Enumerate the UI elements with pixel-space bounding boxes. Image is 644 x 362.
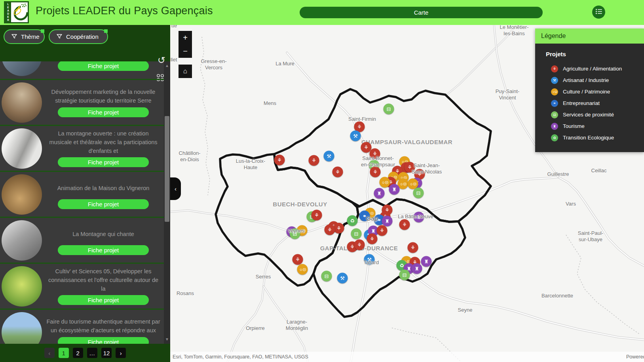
map-marker-tourisme[interactable]: ♜ bbox=[421, 256, 432, 267]
page-button-›[interactable]: › bbox=[116, 348, 126, 358]
list-icon bbox=[595, 8, 602, 16]
map-marker-agriculture[interactable]: ⚘ bbox=[309, 155, 319, 166]
map-canvas[interactable]: CHAMPSAUR-VALGAUDEMARBUECH-DEVOLUYGAP-TA… bbox=[170, 25, 644, 362]
project-card: Fiche projet bbox=[0, 61, 170, 79]
legend-panel: Légende Projets ⚘Agriculture / Alimentat… bbox=[535, 29, 644, 152]
map-marker-entrepreneuriat[interactable]: ⚭ bbox=[359, 211, 370, 221]
cooperation-filter-button[interactable]: Coopération bbox=[49, 29, 108, 44]
map-marker-tourisme[interactable]: ♜ bbox=[382, 216, 393, 227]
artisanat-icon: ⚒ bbox=[551, 77, 558, 84]
map-marker-services[interactable]: ⊟ bbox=[351, 229, 362, 239]
legend-item-tourisme: ♜Tourisme bbox=[546, 120, 644, 132]
map-marker-agriculture[interactable]: ⚘ bbox=[334, 223, 344, 234]
map-marker-agriculture[interactable]: ⚘ bbox=[370, 149, 380, 159]
legend-item-culture: ☺☹Culture / Patrimoine bbox=[546, 86, 644, 97]
map-marker-services[interactable]: ⊟ bbox=[290, 229, 300, 239]
fiche-projet-button[interactable]: Fiche projet bbox=[58, 107, 149, 117]
carte-tab-button[interactable]: Carte bbox=[300, 7, 543, 18]
project-photo bbox=[2, 61, 42, 76]
legend-item-entrepreneuriat: ⚭Entrepreunariat bbox=[546, 97, 644, 109]
legend-label: Entrepreunariat bbox=[563, 100, 600, 106]
map-marker-agriculture[interactable]: ⚘ bbox=[354, 240, 365, 250]
page-button-12[interactable]: 12 bbox=[101, 348, 112, 358]
scrollbar-thumb[interactable] bbox=[165, 116, 169, 222]
map-marker-agriculture[interactable]: ⚘ bbox=[293, 254, 303, 265]
main-area: Thème Coopération ↺ Fiche projetDévelopp… bbox=[0, 25, 644, 362]
funnel-icon bbox=[57, 33, 62, 40]
project-card: Cultiv' et Sciences 05, Développer les c… bbox=[0, 263, 170, 309]
pagination-bar: ‹12…12› bbox=[0, 344, 170, 362]
project-title: Animation de la Maison du Vigneron bbox=[57, 179, 150, 198]
map-marker-services[interactable]: ⊟ bbox=[384, 104, 394, 114]
fiche-projet-button[interactable]: Fiche projet bbox=[58, 199, 149, 209]
map-marker-services[interactable]: ⊟ bbox=[413, 188, 424, 198]
map-marker-agriculture[interactable]: ⚘ bbox=[325, 225, 335, 235]
page-title: Projets LEADER du Pays Gapençais bbox=[36, 5, 213, 17]
zoom-in-button[interactable]: + bbox=[179, 31, 192, 44]
map-marker-artisanat[interactable]: ⚒ bbox=[350, 131, 361, 141]
entrepreneuriat-icon: ⚭ bbox=[551, 100, 558, 107]
project-title: Développement marketing de la nouvelle s… bbox=[46, 88, 161, 106]
transition-icon: ♻ bbox=[551, 134, 558, 141]
attribution-sources: Esri, TomTom, Garmin, Foursquare, FAO, M… bbox=[173, 354, 308, 360]
funnel-icon bbox=[11, 33, 17, 40]
map-marker-agriculture[interactable]: ⚘ bbox=[370, 167, 381, 177]
home-extent-button[interactable]: ⌂ bbox=[179, 65, 192, 78]
map-attribution: Esri, TomTom, Garmin, Foursquare, FAO, M… bbox=[170, 352, 644, 362]
project-card: La montagne ouverte : une création music… bbox=[0, 125, 170, 171]
map-marker-tourisme[interactable]: ♜ bbox=[374, 188, 385, 199]
theme-filter-button[interactable]: Thème bbox=[4, 29, 45, 44]
legend-toggle-button[interactable] bbox=[592, 6, 605, 19]
fiche-projet-button[interactable]: Fiche projet bbox=[58, 157, 149, 167]
map-marker-artisanat[interactable]: ⚒ bbox=[324, 151, 334, 162]
leader-logo-art bbox=[11, 2, 28, 22]
culture-icon: ☺☹ bbox=[551, 88, 558, 95]
fiche-projet-button[interactable]: Fiche projet bbox=[58, 295, 149, 305]
map-marker-agriculture[interactable]: ⚘ bbox=[405, 162, 415, 173]
map-marker-services[interactable]: ⊟ bbox=[399, 270, 410, 280]
map-marker-agriculture[interactable]: ⚘ bbox=[377, 225, 388, 236]
map-marker-agriculture[interactable]: ⚘ bbox=[408, 242, 418, 253]
map-marker-culture[interactable]: ☺☹ bbox=[297, 264, 308, 275]
legend-label: Services de proximité bbox=[563, 112, 614, 118]
zoom-out-button[interactable]: − bbox=[179, 44, 192, 58]
map-marker-agriculture[interactable]: ⚘ bbox=[312, 210, 322, 221]
map-marker-services[interactable]: ⊟ bbox=[321, 271, 332, 282]
map-marker-transition[interactable]: ♻ bbox=[347, 215, 358, 226]
legend-label: Transition Ecologique bbox=[563, 135, 614, 141]
project-card: Animation de la Maison du VigneronFiche … bbox=[0, 171, 170, 217]
page-button-2[interactable]: 2 bbox=[73, 348, 83, 358]
theme-filter-label: Thème bbox=[21, 33, 40, 40]
project-card-list: Fiche projetDéveloppement marketing de l… bbox=[0, 61, 170, 344]
map-marker-culture[interactable]: ☺☹ bbox=[380, 177, 390, 188]
sidebar-collapse-handle[interactable]: ‹ bbox=[170, 177, 181, 200]
page-button-‹[interactable]: ‹ bbox=[44, 348, 55, 358]
agriculture-icon: ⚘ bbox=[551, 65, 558, 72]
powered-by-esri: Powered by Esri bbox=[626, 354, 644, 360]
project-photo bbox=[2, 266, 42, 307]
map-marker-artisanat[interactable]: ⚒ bbox=[337, 273, 348, 284]
project-card: Développement marketing de la nouvelle s… bbox=[0, 79, 170, 125]
legend-items: ⚘Agriculture / Alimentation⚒Artisanat / … bbox=[546, 63, 644, 143]
fiche-projet-button[interactable]: Fiche projet bbox=[58, 245, 149, 255]
map-marker-agriculture[interactable]: ⚘ bbox=[332, 167, 343, 177]
filter-bar: Thème Coopération ↺ bbox=[0, 25, 170, 61]
map-marker-agriculture[interactable]: ⚘ bbox=[367, 234, 378, 244]
map-marker-artisanat[interactable]: ⚒ bbox=[364, 254, 375, 265]
map-marker-tourisme[interactable]: ♜ bbox=[414, 212, 424, 223]
project-card-body: Animation de la Maison du VigneronFiche … bbox=[42, 179, 161, 209]
page-button-…[interactable]: … bbox=[87, 348, 97, 358]
map-marker-tourisme[interactable]: ♜ bbox=[389, 184, 400, 195]
sidebar-scrollbar[interactable]: ▲ ▼ bbox=[164, 61, 170, 344]
fiche-projet-button[interactable]: Fiche projet bbox=[58, 61, 149, 71]
scroll-down-arrow[interactable]: ▼ bbox=[164, 337, 170, 342]
scroll-up-arrow[interactable]: ▲ bbox=[164, 63, 170, 69]
map-marker-agriculture[interactable]: ⚘ bbox=[399, 219, 410, 230]
fiche-projet-button[interactable]: Fiche projet bbox=[58, 337, 149, 344]
map-marker-tourisme[interactable]: ♜ bbox=[412, 263, 422, 274]
page-button-1[interactable]: 1 bbox=[59, 348, 69, 358]
map-marker-agriculture[interactable]: ⚘ bbox=[274, 155, 285, 166]
app-header: LEADER Projets LEADER du Pays Gapençais … bbox=[0, 0, 644, 25]
services-icon: ⊟ bbox=[551, 111, 558, 118]
chevron-left-icon: ‹ bbox=[175, 185, 177, 192]
